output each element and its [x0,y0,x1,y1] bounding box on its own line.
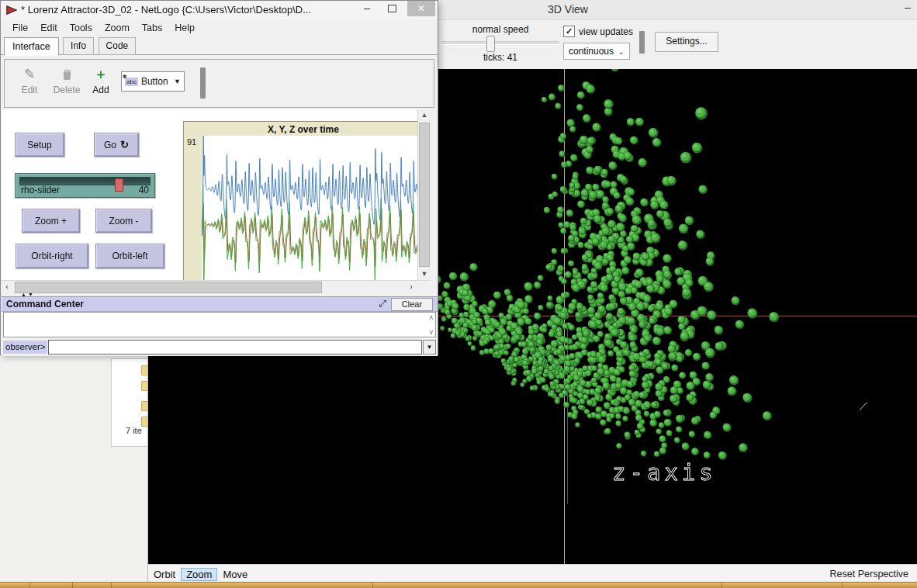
folder-icon [141,381,147,391]
view-updates-label: view updates [579,26,633,37]
widget-toolbar: ✎ Edit Delete ＋ Add ✱abc Button ▼ [4,59,434,108]
menu-help[interactable]: Help [169,21,200,35]
command-input[interactable] [48,340,422,355]
edit-tool-label: Edit [22,85,38,95]
explorer-file-list: 7 ite [111,358,147,447]
menu-tools[interactable]: Tools [64,21,98,35]
view3d-window-title: 3D View [548,0,588,19]
clear-button[interactable]: Clear [391,298,433,311]
ticks-counter: ticks: 41 [441,52,559,63]
go-button-label: Go [104,140,116,150]
update-mode-select[interactable]: continuous ⌄ [563,43,630,60]
speed-slider[interactable] [441,41,559,45]
setup-button[interactable]: Setup [15,133,64,157]
go-button[interactable]: Go ↻ [94,133,139,157]
vertical-scrollbar[interactable]: ▲ ▼ [417,109,431,280]
scroll-up-icon[interactable]: ▲ [418,109,431,121]
nav-tab-move[interactable]: Move [217,568,253,581]
tab-info[interactable]: Info [63,37,94,55]
zoom-minus-button[interactable]: Zoom - [95,209,152,233]
plot-widget[interactable]: X, Y, Z over time 91 [183,121,417,280]
folder-icon [141,365,147,375]
folder-icon [141,401,147,411]
command-output[interactable]: ∧ ∨ [3,312,436,337]
plus-icon: ＋ [88,64,113,85]
speed-control: normal speed ticks: 41 [441,24,559,63]
plot-title: X, Y, Z over time [184,122,417,135]
scroll-down-icon[interactable]: ∨ [428,328,434,336]
plot-area [202,136,417,280]
menu-zoom[interactable]: Zoom [99,21,135,35]
pencil-icon: ✎ [14,64,45,85]
tab-interface[interactable]: Interface [4,37,59,56]
netlogo-titlebar: * Lorenz Attractor-3D_02 - NetLogo {C:\U… [1,1,438,19]
orbit-left-label: Orbit-left [112,251,147,261]
window-title: * Lorenz Attractor-3D_02 - NetLogo {C:\U… [21,4,311,16]
zoom-minus-label: Zoom - [109,216,138,227]
view-updates-checkbox[interactable]: ✓ [563,26,575,37]
widget-type-value: Button [141,76,168,87]
observer-row: observer> ▼ [3,340,436,355]
menu-tabs[interactable]: Tabs [137,21,168,35]
toolbar-separator [639,31,645,54]
folder-icon [141,417,147,427]
scroll-up-icon[interactable]: ∧ [428,313,434,321]
rho-slider-label: rho-slider [21,185,60,195]
reset-perspective-button[interactable]: Reset Perspective [830,569,917,579]
settings-button[interactable]: Settings... [655,32,718,52]
explorer-window: 7 ite [0,353,147,583]
text-widget-icon: ✱abc [125,78,138,86]
delete-tool-button[interactable]: Delete [50,64,84,95]
rho-slider[interactable]: rho-slider 40 [15,173,155,198]
rho-slider-value: 40 [139,185,149,195]
rho-slider-thumb[interactable] [115,178,123,192]
expand-icon[interactable]: ⤢ [379,298,386,309]
orbit-right-button[interactable]: Orbit-right [16,244,88,268]
minimize-icon[interactable]: – [905,3,917,14]
plot-y-max-label: 91 [187,137,196,147]
add-tool-label: Add [92,85,109,95]
maximize-button[interactable] [382,1,402,16]
speed-slider-thumb[interactable] [486,36,495,52]
command-center: Command Center ⤢ Clear ∧ ∨ observer> ▼ [2,296,438,356]
menu-edit[interactable]: Edit [35,21,63,35]
history-dropdown-button[interactable]: ▼ [423,340,436,355]
minimize-button[interactable]: – [357,1,377,15]
nav-tab-zoom[interactable]: Zoom [181,568,217,581]
view-updates-group: ✓ view updates continuous ⌄ [563,26,633,60]
setup-button-label: Setup [27,140,51,150]
netlogo-window: * Lorenz Attractor-3D_02 - NetLogo {C:\U… [0,0,438,355]
toolbar-separator [200,67,206,99]
chevron-down-icon: ▼ [174,78,181,85]
chevron-down-icon: ⌄ [618,47,625,56]
plot-canvas [202,136,417,280]
command-center-title: Command Center [6,299,84,310]
add-tool-button[interactable]: ＋ Add [88,64,113,95]
scroll-left-icon[interactable]: ‹ [1,281,13,293]
tab-row: Interface Info Code [1,36,438,55]
tab-code[interactable]: Code [99,37,137,55]
horizontal-scrollbar-thumb[interactable] [15,282,322,293]
view3d-navbar: Orbit Zoom Move Reset Perspective [148,564,917,583]
scroll-down-icon[interactable]: ▼ [418,268,431,280]
edit-tool-button[interactable]: ✎ Edit [14,64,45,95]
zoom-plus-button[interactable]: Zoom + [22,209,80,233]
zoom-plus-label: Zoom + [35,216,67,227]
desktop-strip [0,582,917,588]
widget-type-select[interactable]: ✱abc Button ▼ [121,71,185,92]
netlogo-app-icon [5,4,18,16]
screen: 7 ite 3D View – normal speed ticks: 41 ✓… [0,0,917,588]
observer-prompt: observer> [3,341,47,354]
orbit-left-button[interactable]: Orbit-left [95,244,164,268]
menubar: File Edit Tools Zoom Tabs Help [1,19,438,36]
explorer-items-count: 7 ite [126,426,142,435]
eraser-icon [50,64,84,85]
close-button[interactable]: ✕ [407,1,435,16]
scroll-right-icon[interactable]: › [405,281,417,293]
command-center-header: Command Center ⤢ Clear [2,297,438,312]
nav-tab-orbit[interactable]: Orbit [148,568,181,581]
menu-file[interactable]: File [7,21,33,35]
orbit-right-label: Orbit-right [31,251,72,261]
vertical-scrollbar-thumb[interactable] [419,123,430,267]
horizontal-scrollbar[interactable]: ‹ › [1,280,431,293]
